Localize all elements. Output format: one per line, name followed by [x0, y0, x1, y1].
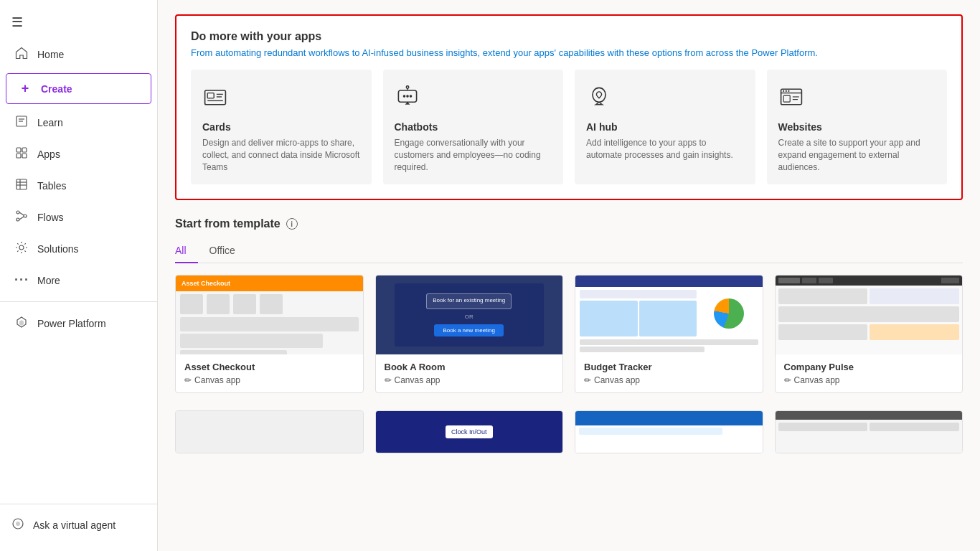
templates-section: Start from template i All Office Asset C… — [175, 217, 963, 453]
solutions-icon — [14, 241, 29, 257]
svg-rect-32 — [783, 95, 790, 102]
plus-icon: + — [18, 81, 32, 96]
sidebar-item-label: Flows — [37, 212, 64, 223]
card-type-company: ✏ Canvas app — [784, 375, 954, 385]
do-more-card-websites[interactable]: Websites Create a site to support your a… — [767, 70, 948, 184]
info-icon[interactable]: i — [286, 218, 298, 230]
do-more-cards: Cards Design and deliver micro-apps to s… — [191, 70, 947, 184]
agent-icon — [11, 517, 24, 532]
sidebar-item-power-platform[interactable]: Power Platform — [3, 309, 154, 339]
thumb-partial-2: Clock In/Out — [376, 411, 563, 453]
sidebar-item-label: Learn — [37, 117, 63, 128]
power-platform-icon — [14, 316, 29, 331]
thumb-partial-3 — [575, 411, 763, 453]
svg-point-27 — [409, 95, 412, 98]
svg-point-18 — [16, 522, 20, 526]
do-more-card-cards[interactable]: Cards Design and deliver micro-apps to s… — [191, 70, 372, 184]
card-thumbnail-room: Book for an existing meeting OR Book a n… — [376, 276, 563, 354]
card-thumbnail-company — [776, 276, 963, 354]
svg-point-37 — [788, 90, 789, 92]
card-type-budget: ✏ Canvas app — [584, 375, 754, 385]
svg-rect-4 — [22, 148, 27, 152]
sidebar-item-label: Apps — [37, 149, 60, 160]
template-card-asset-checkout[interactable]: Asset Checkout — [175, 275, 364, 393]
cards-desc: Design and deliver micro-apps to share, … — [202, 137, 360, 173]
card-body-room: Book A Room ✏ Canvas app — [376, 354, 563, 392]
card-body-budget: Budget Tracker ✏ Canvas app — [575, 354, 763, 392]
sidebar-item-tables[interactable]: Tables — [3, 171, 154, 201]
svg-rect-7 — [17, 179, 27, 189]
book-icon — [14, 115, 29, 131]
card-title-company: Company Pulse — [784, 362, 954, 372]
template-card-partial-1[interactable] — [175, 410, 364, 453]
main-content: Do more with your apps From automating r… — [158, 0, 980, 551]
template-card-budget-tracker[interactable]: Budget Tracker ✏ Canvas app — [575, 275, 763, 393]
do-more-card-ai-hub[interactable]: AI hub Add intelligence to your apps to … — [575, 70, 755, 184]
card-body-asset: Asset Checkout ✏ Canvas app — [176, 354, 363, 392]
card-title-budget: Budget Tracker — [584, 362, 754, 372]
sidebar-item-label: Home — [37, 49, 64, 60]
tables-icon — [14, 178, 29, 194]
svg-line-15 — [19, 217, 24, 220]
sidebar-divider-bottom — [0, 504, 157, 504]
card-thumbnail-budget — [575, 276, 763, 354]
tab-all[interactable]: All — [175, 239, 198, 263]
do-more-section: Do more with your apps From automating r… — [175, 14, 963, 200]
do-more-title: Do more with your apps — [191, 30, 947, 43]
hamburger-icon: ☰ — [11, 15, 23, 29]
sidebar-item-learn[interactable]: Learn — [3, 108, 154, 138]
chatbots-desc: Engage conversationally with your custom… — [395, 137, 552, 173]
card-type-room: ✏ Canvas app — [385, 375, 555, 385]
websites-title: Websites — [778, 121, 936, 133]
svg-point-26 — [406, 95, 409, 98]
sidebar-item-more[interactable]: ··· More — [3, 265, 154, 295]
sidebar-item-solutions[interactable]: Solutions — [3, 234, 154, 264]
cards-icon — [202, 84, 360, 110]
svg-rect-20 — [207, 93, 214, 98]
svg-rect-5 — [17, 154, 21, 158]
template-card-company-pulse[interactable]: Company Pulse ✏ Canvas app — [775, 275, 963, 393]
sidebar-item-label: More — [37, 275, 60, 286]
template-card-partial-2[interactable]: Clock In/Out — [375, 410, 564, 453]
svg-point-36 — [785, 90, 786, 92]
sidebar-item-label: Tables — [37, 180, 66, 192]
sidebar-item-flows[interactable]: Flows — [3, 202, 154, 232]
svg-line-14 — [19, 212, 24, 215]
pencil-icon-budget: ✏ — [584, 375, 591, 385]
cards-title: Cards — [202, 121, 360, 133]
pencil-icon-room: ✏ — [385, 375, 392, 385]
pencil-icon-asset: ✏ — [184, 375, 192, 385]
svg-point-13 — [17, 218, 19, 221]
pencil-icon-company: ✏ — [784, 375, 791, 385]
sidebar-bottom: Ask a virtual agent — [0, 498, 157, 545]
thumb-partial-4 — [776, 411, 963, 453]
card-type-asset: ✏ Canvas app — [184, 375, 354, 385]
svg-point-29 — [406, 86, 409, 89]
template-card-partial-3[interactable] — [575, 410, 763, 453]
ask-virtual-agent-button[interactable]: Ask a virtual agent — [0, 510, 157, 540]
svg-point-25 — [402, 95, 405, 98]
thumb-partial-1 — [176, 411, 363, 453]
ai-hub-title: AI hub — [586, 121, 744, 133]
sidebar-item-apps[interactable]: Apps — [3, 139, 154, 169]
sidebar-divider — [0, 301, 157, 302]
hamburger-menu[interactable]: ☰ — [0, 6, 157, 39]
svg-point-12 — [24, 215, 27, 217]
apps-icon — [14, 146, 29, 162]
sidebar-item-label: Solutions — [37, 243, 79, 255]
template-card-partial-4[interactable] — [775, 410, 963, 453]
do-more-subtitle: From automating redundant workflows to A… — [191, 47, 947, 58]
sidebar-item-label: Create — [41, 83, 72, 95]
websites-icon — [778, 84, 936, 110]
sidebar-item-create[interactable]: + Create — [6, 73, 151, 104]
section-title: Start from template i — [175, 217, 963, 230]
template-card-book-room[interactable]: Book for an existing meeting OR Book a n… — [375, 275, 564, 393]
do-more-card-chatbots[interactable]: Chatbots Engage conversationally with yo… — [383, 70, 564, 184]
sidebar-item-home[interactable]: Home — [3, 39, 154, 70]
tab-office[interactable]: Office — [198, 239, 247, 263]
ai-hub-desc: Add intelligence to your apps to automat… — [586, 137, 744, 161]
svg-point-16 — [19, 245, 24, 250]
chatbots-title: Chatbots — [395, 121, 552, 133]
svg-point-35 — [783, 90, 784, 92]
flows-icon — [14, 209, 29, 225]
